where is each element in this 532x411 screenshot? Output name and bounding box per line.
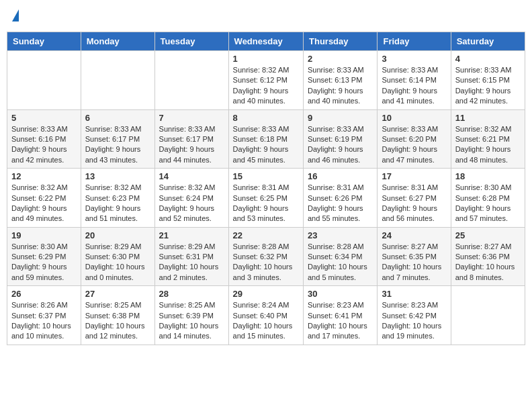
day-info: Sunrise: 8:29 AM Sunset: 6:31 PM Dayligh… [159, 242, 224, 283]
day-info: Sunrise: 8:23 AM Sunset: 6:42 PM Dayligh… [382, 300, 446, 342]
day-info: Sunrise: 8:33 AM Sunset: 6:15 PM Dayligh… [455, 65, 521, 107]
calendar-cell: 13Sunrise: 8:32 AM Sunset: 6:23 PM Dayli… [81, 169, 154, 228]
calendar-cell: 25Sunrise: 8:27 AM Sunset: 6:36 PM Dayli… [451, 227, 525, 286]
weekday-header-sunday: Sunday [7, 32, 81, 51]
day-number: 7 [159, 113, 224, 123]
calendar-cell: 24Sunrise: 8:27 AM Sunset: 6:35 PM Dayli… [378, 227, 451, 286]
day-number: 24 [382, 230, 446, 240]
calendar-cell: 27Sunrise: 8:25 AM Sunset: 6:38 PM Dayli… [81, 286, 154, 345]
day-info: Sunrise: 8:33 AM Sunset: 6:19 PM Dayligh… [308, 124, 373, 166]
calendar-cell: 9Sunrise: 8:33 AM Sunset: 6:19 PM Daylig… [304, 109, 378, 169]
calendar-cell: 30Sunrise: 8:23 AM Sunset: 6:41 PM Dayli… [304, 286, 378, 345]
calendar-cell: 21Sunrise: 8:29 AM Sunset: 6:31 PM Dayli… [154, 227, 228, 286]
day-number: 1 [233, 54, 299, 64]
day-number: 23 [308, 230, 373, 240]
day-number: 3 [382, 54, 446, 64]
calendar-cell: 8Sunrise: 8:33 AM Sunset: 6:18 PM Daylig… [228, 109, 303, 169]
day-info: Sunrise: 8:30 AM Sunset: 6:28 PM Dayligh… [455, 183, 521, 224]
calendar-cell [7, 51, 81, 110]
day-info: Sunrise: 8:33 AM Sunset: 6:20 PM Dayligh… [382, 124, 446, 166]
calendar-cell: 5Sunrise: 8:33 AM Sunset: 6:16 PM Daylig… [7, 109, 81, 169]
calendar-week-row: 19Sunrise: 8:30 AM Sunset: 6:29 PM Dayli… [7, 227, 525, 286]
calendar-cell: 10Sunrise: 8:33 AM Sunset: 6:20 PM Dayli… [378, 109, 451, 169]
day-number: 28 [159, 289, 224, 299]
day-info: Sunrise: 8:27 AM Sunset: 6:36 PM Dayligh… [455, 242, 521, 283]
day-info: Sunrise: 8:32 AM Sunset: 6:21 PM Dayligh… [455, 124, 521, 166]
day-number: 30 [308, 289, 373, 299]
weekday-header-thursday: Thursday [304, 32, 378, 51]
day-number: 17 [382, 171, 446, 181]
calendar-cell: 23Sunrise: 8:28 AM Sunset: 6:34 PM Dayli… [304, 227, 378, 286]
day-info: Sunrise: 8:26 AM Sunset: 6:37 PM Dayligh… [11, 300, 77, 342]
calendar-cell: 29Sunrise: 8:24 AM Sunset: 6:40 PM Dayli… [228, 286, 303, 345]
calendar-week-row: 1Sunrise: 8:32 AM Sunset: 6:12 PM Daylig… [7, 51, 525, 110]
day-number: 18 [455, 171, 521, 181]
day-info: Sunrise: 8:32 AM Sunset: 6:23 PM Dayligh… [85, 183, 150, 224]
calendar-cell: 2Sunrise: 8:33 AM Sunset: 6:13 PM Daylig… [304, 51, 378, 110]
day-number: 20 [85, 230, 150, 240]
day-info: Sunrise: 8:30 AM Sunset: 6:29 PM Dayligh… [11, 242, 77, 283]
day-number: 4 [455, 54, 521, 64]
day-number: 13 [85, 171, 150, 181]
day-number: 16 [308, 171, 373, 181]
day-number: 12 [11, 171, 77, 181]
calendar-cell: 22Sunrise: 8:28 AM Sunset: 6:32 PM Dayli… [228, 227, 303, 286]
calendar-cell: 18Sunrise: 8:30 AM Sunset: 6:28 PM Dayli… [451, 169, 525, 228]
day-number: 19 [11, 230, 77, 240]
day-number: 10 [382, 113, 446, 123]
calendar-header-row: SundayMondayTuesdayWednesdayThursdayFrid… [7, 32, 525, 51]
calendar-cell [81, 51, 154, 110]
day-info: Sunrise: 8:33 AM Sunset: 6:18 PM Dayligh… [233, 124, 299, 166]
calendar-cell: 28Sunrise: 8:25 AM Sunset: 6:39 PM Dayli… [154, 286, 228, 345]
day-number: 9 [308, 113, 373, 123]
day-info: Sunrise: 8:32 AM Sunset: 6:12 PM Dayligh… [233, 65, 299, 107]
calendar-cell: 15Sunrise: 8:31 AM Sunset: 6:25 PM Dayli… [228, 169, 303, 228]
calendar-cell: 20Sunrise: 8:29 AM Sunset: 6:30 PM Dayli… [81, 227, 154, 286]
day-number: 11 [455, 113, 521, 123]
day-number: 25 [455, 230, 521, 240]
day-info: Sunrise: 8:33 AM Sunset: 6:17 PM Dayligh… [159, 124, 224, 166]
day-number: 27 [85, 289, 150, 299]
day-number: 22 [233, 230, 299, 240]
day-info: Sunrise: 8:24 AM Sunset: 6:40 PM Dayligh… [233, 300, 299, 342]
day-info: Sunrise: 8:33 AM Sunset: 6:17 PM Dayligh… [85, 124, 150, 166]
calendar-cell [154, 51, 228, 110]
logo-triangle-icon [12, 9, 19, 21]
day-info: Sunrise: 8:28 AM Sunset: 6:32 PM Dayligh… [233, 242, 299, 283]
calendar-cell: 12Sunrise: 8:32 AM Sunset: 6:22 PM Dayli… [7, 169, 81, 228]
calendar-week-row: 26Sunrise: 8:26 AM Sunset: 6:37 PM Dayli… [7, 286, 525, 345]
day-info: Sunrise: 8:25 AM Sunset: 6:39 PM Dayligh… [159, 300, 224, 342]
calendar-cell: 1Sunrise: 8:32 AM Sunset: 6:12 PM Daylig… [228, 51, 303, 110]
calendar-cell: 3Sunrise: 8:33 AM Sunset: 6:14 PM Daylig… [378, 51, 451, 110]
day-number: 14 [159, 171, 224, 181]
weekday-header-saturday: Saturday [451, 32, 525, 51]
day-info: Sunrise: 8:33 AM Sunset: 6:14 PM Dayligh… [382, 65, 446, 107]
calendar-cell: 14Sunrise: 8:32 AM Sunset: 6:24 PM Dayli… [154, 169, 228, 228]
day-info: Sunrise: 8:31 AM Sunset: 6:25 PM Dayligh… [233, 183, 299, 224]
day-number: 29 [233, 289, 299, 299]
weekday-header-friday: Friday [378, 32, 451, 51]
day-info: Sunrise: 8:28 AM Sunset: 6:34 PM Dayligh… [308, 242, 373, 283]
day-number: 26 [11, 289, 77, 299]
calendar-cell: 11Sunrise: 8:32 AM Sunset: 6:21 PM Dayli… [451, 109, 525, 169]
day-number: 21 [159, 230, 224, 240]
weekday-header-tuesday: Tuesday [154, 32, 228, 51]
calendar-cell: 31Sunrise: 8:23 AM Sunset: 6:42 PM Dayli… [378, 286, 451, 345]
calendar-cell: 7Sunrise: 8:33 AM Sunset: 6:17 PM Daylig… [154, 109, 228, 169]
weekday-header-monday: Monday [81, 32, 154, 51]
day-number: 8 [233, 113, 299, 123]
calendar-cell: 4Sunrise: 8:33 AM Sunset: 6:15 PM Daylig… [451, 51, 525, 110]
calendar-cell: 19Sunrise: 8:30 AM Sunset: 6:29 PM Dayli… [7, 227, 81, 286]
day-number: 2 [308, 54, 373, 64]
calendar-cell: 16Sunrise: 8:31 AM Sunset: 6:26 PM Dayli… [304, 169, 378, 228]
day-info: Sunrise: 8:23 AM Sunset: 6:41 PM Dayligh… [308, 300, 373, 342]
day-number: 5 [11, 113, 77, 123]
day-info: Sunrise: 8:25 AM Sunset: 6:38 PM Dayligh… [85, 300, 150, 342]
day-number: 15 [233, 171, 299, 181]
day-number: 6 [85, 113, 150, 123]
day-info: Sunrise: 8:32 AM Sunset: 6:24 PM Dayligh… [159, 183, 224, 224]
day-info: Sunrise: 8:31 AM Sunset: 6:27 PM Dayligh… [382, 183, 446, 224]
logo [11, 9, 19, 24]
page-header [7, 7, 525, 26]
calendar-table: SundayMondayTuesdayWednesdayThursdayFrid… [7, 32, 525, 345]
